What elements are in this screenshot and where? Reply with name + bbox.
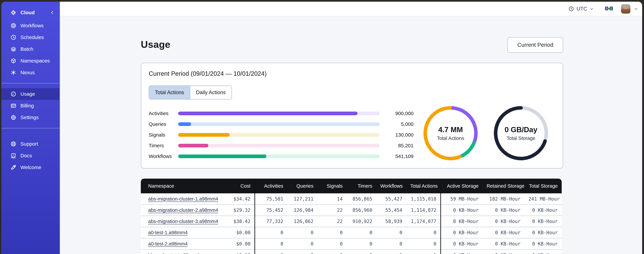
timers-cell: 910,922 [347,216,376,227]
schedules-icon [10,34,16,40]
bar-row-queries: Queries5,000 [149,119,414,130]
bar-fill [178,154,266,158]
sidebar-item-welcome[interactable]: Welcome [1,162,60,173]
welcome-icon [10,164,16,170]
docs-icon [10,153,16,159]
tab-daily-actions[interactable]: Daily Actions [190,86,231,99]
sidebar-item-billing[interactable]: Billing [1,100,60,112]
namespace-cell: a0-test-1.a98mm4 [141,227,220,238]
active_storage-cell: 0 KB-Hour [441,250,482,254]
sidebar-item-namespaces[interactable]: Namespaces [1,55,60,67]
sidebar-collapse-button[interactable] [50,10,55,15]
sidebar-item-docs[interactable]: Docs [1,150,60,162]
topbar: UTC [60,2,642,16]
total_storage-cell: 0 KB-Hour [524,227,562,238]
sidebar-divider [1,83,60,84]
column-header-signals: Signals [318,178,347,193]
retained_storage-cell: 0 KB-Hour [482,216,524,227]
main-content: Usage Current Period Current Period (09/… [60,16,642,254]
column-header-activities: Activities [255,178,287,193]
activities-cell: 0 [255,238,287,250]
bar-track [178,122,380,126]
column-header-namespace: Namespace [141,178,220,193]
namespace-cell: abs-migration-cluster-1.a98mm4 [141,193,220,204]
settings-icon [10,114,16,120]
total_actions-cell: 1,115,018 [406,193,441,204]
avatar[interactable] [621,4,630,14]
namespace-usage-table: NamespaceCostActivitiesQueriesSignalsTim… [141,178,562,254]
signals-cell: 22 [318,216,347,227]
sidebar-item-batch[interactable]: Batch [1,43,60,55]
glasses-icon[interactable] [604,6,613,12]
bar-track [178,112,380,115]
namespace-cell: abs-migration-cluster-3.a98mm4 [141,216,220,227]
tab-total-actions[interactable]: Total Actions [149,86,190,99]
active_storage-cell: 0 KB-Hour [441,227,482,238]
total_storage-cell: 0 KB-Hour [524,250,562,254]
total_storage-cell: 0 KB-Hour [524,238,562,250]
sidebar-item-settings[interactable]: Settings [1,112,60,123]
sidebar-item-usage[interactable]: Usage [1,88,60,100]
workflows-cell: 55,427 [376,193,406,204]
table-row: abs-migration-cluster-3.a98mm4$38.4277,3… [141,216,562,227]
sidebar-spacer [1,133,60,138]
queries-cell: 127,211 [287,193,318,204]
bar-fill [178,133,230,137]
workflows-cell: 55,454 [376,204,406,216]
column-header-timers: Timers [347,178,376,193]
active_storage-cell: 0 KB-Hour [441,204,482,216]
bar-track [178,133,380,137]
cost-cell: $0.00 [220,250,255,254]
namespace-link[interactable]: abs-migration-cluster-2.a98mm4 [148,208,218,213]
total_actions-cell: 1,114,872 [406,204,441,216]
bar-row-timers: Timers85,201 [149,140,414,151]
queries-cell: 0 [287,250,318,254]
nexus-icon [10,70,16,76]
total_storage-cell: 241 MB-Hour [524,193,562,204]
sidebar-item-workflows[interactable]: Workflows [1,20,60,32]
sidebar-item-label: Nexus [20,70,35,76]
bar-row-workflows: Workflows541,109 [149,151,414,162]
sidebar-item-nexus[interactable]: Nexus [1,67,60,78]
total_actions-cell: 1 [406,250,441,254]
cost-cell: $0.00 [220,238,255,250]
queries-cell: 0 [287,238,318,250]
sidebar-item-schedules[interactable]: Schedules [1,32,60,43]
bar-track [178,154,380,158]
total-storage-donut: 0 GB/DayTotal Storage [493,105,549,161]
workflows-cell: 0 [376,227,406,238]
sidebar-groups: WorkflowsSchedulesBatchNamespacesNexusUs… [1,20,60,173]
workflows-cell: 58,939 [376,216,406,227]
sidebar-item-support[interactable]: Support [1,138,60,150]
column-header-total_actions: Total Actions [406,178,441,193]
sidebar-brand-cloud[interactable]: Cloud [1,7,60,18]
bar-value: 541,109 [380,154,414,159]
timezone-selector[interactable]: UTC [568,6,594,12]
namespace-link[interactable]: a0-test-1.a98mm4 [148,230,188,235]
namespace-link[interactable]: bk-worker-test.a98mm4 [148,252,199,254]
table-row: bk-worker-test.a98mm4$0.000000110 KB-Hou… [141,250,562,254]
namespace-link[interactable]: abs-migration-cluster-1.a98mm4 [148,196,218,202]
user-menu[interactable] [621,4,638,14]
retained_storage-cell: 0 KB-Hour [482,250,524,254]
workflows-cell: 1 [376,250,406,254]
namespace-link[interactable]: abs-migration-cluster-3.a98mm4 [148,219,218,224]
sidebar-item-label: Welcome [20,164,41,170]
table-header-row: NamespaceCostActivitiesQueriesSignalsTim… [141,178,562,193]
table-row: abs-migration-cluster-2.a98mm4$29.3275,4… [141,204,562,216]
period-dropdown-button[interactable]: Current Period [508,37,563,53]
donut-label: Total Storage [507,136,536,141]
timers-cell: 0 [347,227,376,238]
bar-fill [178,122,191,126]
bar-fill [178,112,358,115]
signals-cell: 14 [318,193,347,204]
page-title: Usage [141,39,170,50]
namespace-link[interactable]: a0-test-2.a98mm4 [148,241,188,246]
donut-label: Total Actions [437,136,464,141]
queries-cell: 126,862 [287,216,318,227]
donut-value: 4.7 MM [438,126,463,134]
namespace-cell: bk-worker-test.a98mm4 [141,250,220,254]
bar-fill [178,144,208,148]
namespaces-icon [10,58,16,64]
cost-cell: $34.42 [220,193,255,204]
